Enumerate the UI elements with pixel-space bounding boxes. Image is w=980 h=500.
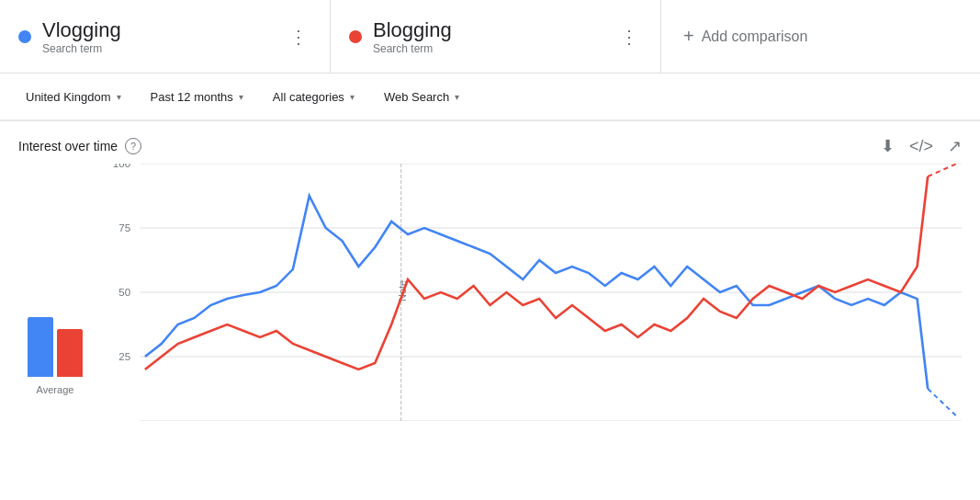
chart-average-area: Average (18, 164, 92, 421)
category-label: All categories (273, 90, 344, 104)
term-item-blogging: Blogging Search term ⋮ (331, 0, 661, 73)
svg-text:100: 100 (113, 164, 130, 169)
terms-bar: Vlogging Search term ⋮ Blogging Search t… (0, 0, 980, 74)
time-label: Past 12 months (151, 90, 233, 104)
download-icon[interactable]: ⬇ (881, 136, 895, 156)
share-icon[interactable]: ↗ (948, 136, 962, 156)
add-comparison-label: Add comparison (702, 28, 808, 45)
chart-svg: 100 75 50 25 Note Oct 10, 2021 Feb 13, 2… (92, 164, 962, 421)
region-label: United Kingdom (26, 90, 111, 104)
help-icon[interactable]: ? (125, 138, 141, 154)
chart-container: Average 100 75 50 25 Note Oct 10, 2021 F… (0, 164, 980, 439)
blogging-avg-bar (57, 329, 83, 377)
blogging-dot (349, 30, 362, 43)
svg-text:50: 50 (118, 287, 130, 298)
search-type-filter[interactable]: Web Search ▾ (373, 85, 470, 109)
section-title-row: Interest over time ? (18, 138, 141, 154)
add-comparison-button[interactable]: + Add comparison (661, 0, 829, 73)
time-filter[interactable]: Past 12 months ▾ (140, 85, 254, 109)
vlogging-text: Vlogging Search term (42, 18, 275, 55)
vlogging-menu-button[interactable]: ⋮ (286, 22, 311, 51)
search-type-label: Web Search (384, 90, 449, 104)
region-filter[interactable]: United Kingdom ▾ (15, 85, 132, 109)
section-title: Interest over time (18, 139, 118, 153)
blogging-projection (928, 164, 957, 176)
time-chevron-icon: ▾ (239, 92, 243, 102)
category-chevron-icon: ▾ (350, 92, 355, 102)
section-actions: ⬇ </> ↗ (881, 136, 962, 156)
search-type-chevron-icon: ▾ (455, 92, 459, 102)
blogging-menu-button[interactable]: ⋮ (616, 22, 642, 51)
vlogging-type: Search term (42, 42, 275, 55)
embed-icon[interactable]: </> (909, 137, 933, 156)
blogging-type: Search term (373, 42, 605, 55)
vlogging-projection (928, 389, 957, 416)
average-bars (28, 317, 83, 377)
plus-icon: + (683, 26, 694, 47)
vlogging-avg-bar (28, 317, 53, 377)
vlogging-name: Vlogging (42, 18, 275, 42)
blogging-name: Blogging (373, 18, 605, 42)
average-label: Average (37, 384, 74, 395)
interest-section-header: Interest over time ? ⬇ </> ↗ (0, 121, 980, 164)
blogging-line (145, 176, 928, 369)
region-chevron-icon: ▾ (117, 92, 121, 102)
term-item-vlogging: Vlogging Search term ⋮ (0, 0, 331, 73)
svg-text:75: 75 (118, 222, 130, 233)
blogging-text: Blogging Search term (373, 18, 605, 55)
svg-text:25: 25 (118, 351, 130, 362)
category-filter[interactable]: All categories ▾ (262, 85, 366, 109)
chart-main: 100 75 50 25 Note Oct 10, 2021 Feb 13, 2… (92, 164, 962, 421)
vlogging-dot (18, 30, 31, 43)
filters-bar: United Kingdom ▾ Past 12 months ▾ All ca… (0, 74, 980, 121)
